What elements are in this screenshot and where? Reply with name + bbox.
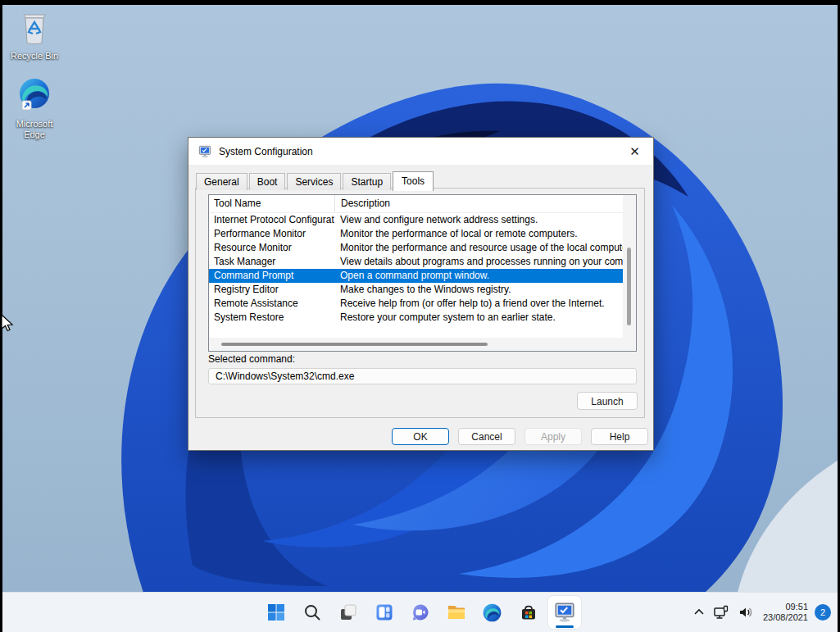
desktop-icon-microsoft-edge[interactable]: Microsoft Edge	[7, 76, 62, 140]
chevron-up-icon	[693, 607, 705, 618]
task-view-icon	[338, 602, 358, 622]
edge-taskbar-button[interactable]	[476, 596, 509, 629]
scrollbar-corner	[623, 338, 636, 351]
vertical-scrollbar-thumb[interactable]	[627, 248, 631, 325]
tool-name-cell: System Restore	[209, 311, 334, 325]
list-row[interactable]: Resource Monitor Monitor the performance…	[209, 241, 623, 255]
edge-icon	[482, 602, 502, 623]
selected-command-field[interactable]	[208, 368, 637, 384]
store-button[interactable]	[512, 596, 545, 629]
list-row[interactable]: Registry Editor Make changes to the Wind…	[209, 283, 623, 297]
system-configuration-taskbar-button[interactable]	[548, 596, 581, 629]
task-view-button[interactable]	[332, 596, 365, 629]
tab-strip: General Boot Services Startup Tools	[196, 171, 435, 190]
taskbar-clock[interactable]: 09:51 23/08/2021	[758, 602, 813, 623]
speaker-icon	[738, 604, 754, 621]
edge-icon	[7, 76, 62, 117]
tool-name-cell: Command Prompt	[209, 269, 334, 283]
store-icon	[519, 602, 538, 622]
clock-time: 09:51	[763, 602, 808, 612]
widgets-icon	[375, 602, 394, 622]
tab-boot[interactable]: Boot	[249, 173, 286, 190]
tool-desc-cell: View and configure network address setti…	[334, 213, 623, 227]
selected-command-label: Selected command:	[208, 353, 295, 365]
search-icon	[303, 603, 321, 621]
chat-icon	[411, 602, 430, 622]
tool-desc-cell: Restore your computer system to an earli…	[334, 311, 623, 325]
system-configuration-app-icon	[198, 145, 211, 158]
chat-button[interactable]	[404, 596, 437, 629]
close-button[interactable]: ✕	[616, 138, 653, 165]
screen-border-top	[0, 0, 840, 5]
tool-name-cell: Performance Monitor	[209, 227, 334, 241]
cancel-button[interactable]: Cancel	[458, 428, 515, 445]
dialog-title-bar[interactable]: System Configuration ✕	[188, 138, 653, 165]
file-explorer-button[interactable]	[440, 596, 473, 629]
tab-startup[interactable]: Startup	[343, 173, 391, 190]
file-explorer-icon	[446, 602, 467, 623]
system-tray: 09:51 23/08/2021 2	[689, 593, 831, 632]
tool-name-cell: Internet Protocol Configurat...	[209, 213, 334, 227]
desktop-icon-label: Microsoft Edge	[7, 119, 62, 140]
start-button[interactable]	[260, 596, 293, 629]
widgets-button[interactable]	[368, 596, 401, 629]
start-icon	[266, 602, 286, 622]
list-row[interactable]: Performance Monitor Monitor the performa…	[209, 227, 623, 241]
tool-desc-cell: Monitor the performance and resource usa…	[334, 241, 623, 255]
tool-desc-cell: View details about programs and processe…	[334, 255, 623, 269]
dialog-title: System Configuration	[219, 146, 313, 157]
apply-button[interactable]: Apply	[524, 428, 582, 445]
search-button[interactable]	[296, 596, 329, 629]
tool-name-cell: Resource Monitor	[209, 241, 334, 255]
tool-desc-cell: Open a command prompt window.	[334, 269, 623, 283]
tools-list-body: Tool Name Description Internet Protocol …	[209, 195, 623, 338]
taskbar: 09:51 23/08/2021 2	[2, 592, 838, 632]
active-app-indicator	[556, 625, 574, 628]
mouse-cursor	[0, 314, 15, 334]
recycle-bin-icon	[7, 8, 62, 49]
tab-general[interactable]: General	[196, 173, 247, 190]
tool-name-cell: Registry Editor	[209, 283, 334, 297]
list-row[interactable]: Internet Protocol Configurat... View and…	[209, 213, 623, 227]
column-header-description[interactable]: Description	[334, 195, 623, 212]
taskbar-center-icons	[258, 593, 583, 632]
tool-name-cell: Task Manager	[209, 255, 334, 269]
tool-desc-cell: Monitor the performance of local or remo…	[334, 227, 623, 241]
desktop-icon-list: Recycle Bin Microsoft Edge	[7, 8, 62, 155]
column-header-tool-name[interactable]: Tool Name	[209, 195, 334, 212]
desktop-icon-label: Recycle Bin	[7, 51, 62, 61]
list-row[interactable]: Remote Assistance Receive help from (or …	[209, 297, 623, 311]
notification-badge[interactable]: 2	[815, 604, 831, 621]
horizontal-scrollbar[interactable]	[209, 338, 623, 351]
ok-button[interactable]: OK	[392, 428, 449, 445]
tools-list: Tool Name Description Internet Protocol …	[208, 194, 637, 352]
vertical-scrollbar[interactable]	[623, 195, 636, 338]
list-row-selected[interactable]: Command Prompt Open a command prompt win…	[209, 269, 623, 283]
launch-button[interactable]: Launch	[577, 392, 638, 410]
help-button[interactable]: Help	[591, 428, 648, 445]
system-configuration-dialog: System Configuration ✕ General Boot Serv…	[188, 137, 654, 451]
tray-overflow-button[interactable]	[689, 596, 709, 629]
network-tray-button[interactable]	[709, 596, 733, 629]
volume-tray-button[interactable]	[733, 596, 758, 629]
clock-date: 23/08/2021	[763, 612, 808, 623]
tool-name-cell: Remote Assistance	[209, 297, 334, 311]
tab-services[interactable]: Services	[287, 173, 341, 190]
list-row[interactable]: Task Manager View details about programs…	[209, 255, 623, 269]
horizontal-scrollbar-thumb[interactable]	[221, 343, 488, 346]
desktop-icon-recycle-bin[interactable]: Recycle Bin	[7, 8, 62, 61]
network-icon	[713, 604, 729, 621]
tool-desc-cell: Make changes to the Windows registry.	[334, 283, 623, 297]
list-row[interactable]: System Restore Restore your computer sys…	[209, 311, 623, 325]
list-header[interactable]: Tool Name Description	[209, 195, 623, 213]
tool-desc-cell: Receive help from (or offer help to) a f…	[334, 297, 623, 311]
system-configuration-icon	[554, 602, 575, 623]
tab-tools[interactable]: Tools	[393, 171, 434, 191]
